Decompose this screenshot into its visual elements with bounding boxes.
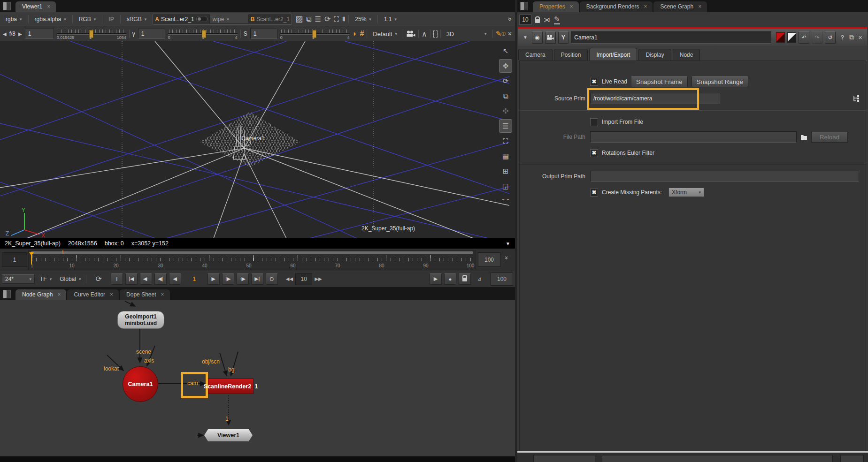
- panel-layout-icon[interactable]: [3, 2, 11, 10]
- goto-start-button[interactable]: |◀: [125, 273, 138, 285]
- live-read-checkbox[interactable]: ✖: [590, 78, 598, 86]
- node-scanlinerender[interactable]: ScanlineRender2_1: [208, 379, 253, 394]
- viewer-colorspace-dropdown[interactable]: sRGB▾: [124, 15, 150, 23]
- gamma-input[interactable]: [138, 29, 165, 39]
- node-graph-canvas[interactable]: GeoImport1 minibot.usd scene axis lookat…: [0, 300, 515, 456]
- edit-pencil-icon[interactable]: ✎: [554, 15, 560, 24]
- view-mode-dropdown[interactable]: 3D▾: [444, 30, 490, 38]
- gain-slider[interactable]: 0.015625 1 1064: [57, 28, 126, 40]
- snapshot-range-button[interactable]: Snapshot Range: [691, 76, 748, 87]
- playhead[interactable]: [31, 252, 32, 265]
- collapse-toolbar-icon[interactable]: ⌄⌄: [499, 194, 512, 203]
- fstop-label[interactable]: f/8: [9, 30, 15, 37]
- jump-back-icon[interactable]: ◀◀: [286, 276, 293, 281]
- channels-dropdown[interactable]: rgba▾: [3, 15, 25, 23]
- flipbook-record-button[interactable]: ●: [444, 273, 456, 285]
- fps-dropdown[interactable]: 24*▾: [2, 274, 35, 284]
- undo-button[interactable]: ↶: [799, 31, 809, 44]
- file-path-input[interactable]: [590, 131, 797, 143]
- proxy-toggle-icon[interactable]: ▨: [295, 14, 303, 24]
- pause-icon[interactable]: Ⅱ: [342, 15, 345, 23]
- import-from-file-checkbox[interactable]: [590, 118, 598, 126]
- current-frame[interactable]: 1: [184, 275, 205, 282]
- xform-dropdown[interactable]: Xform ▾: [668, 188, 704, 197]
- collapse-panel-icon[interactable]: ▼: [523, 35, 528, 40]
- set-out-button[interactable]: O: [266, 273, 278, 285]
- more-tools-chevron-icon[interactable]: »: [507, 17, 514, 21]
- tab-position[interactable]: Position: [554, 49, 588, 61]
- timeline-chevron-icon[interactable]: »: [503, 256, 510, 259]
- node-name-field[interactable]: [571, 31, 771, 44]
- camera-icon[interactable]: [406, 30, 415, 38]
- input-b-value[interactable]: Scanl...er2_1: [256, 16, 290, 23]
- center-view-button[interactable]: ◉: [532, 31, 543, 44]
- refresh-icon[interactable]: ⟳: [324, 15, 330, 23]
- snapshot-frame-button[interactable]: Snapshot Frame: [631, 76, 688, 87]
- panel-layout-icon[interactable]: [520, 2, 528, 10]
- gain-input[interactable]: [25, 29, 54, 39]
- redo-button[interactable]: ↷: [812, 31, 822, 44]
- ram-cache-icon[interactable]: ⊿: [473, 273, 485, 285]
- gl-color-swatch[interactable]: [787, 32, 796, 43]
- tab-import-export[interactable]: Import/Export: [589, 48, 637, 61]
- tf-dropdown[interactable]: TF▾: [37, 275, 54, 283]
- next-fstop-icon[interactable]: ▶: [18, 31, 22, 37]
- color-sample-icon[interactable]: ✎ⓘ: [496, 30, 506, 38]
- translate-tool-icon[interactable]: ✥: [499, 59, 512, 73]
- loop-mode-icon[interactable]: ⟳: [95, 274, 101, 283]
- clear-panels-icon[interactable]: ⋊: [544, 16, 550, 23]
- tab-close-icon[interactable]: ×: [644, 3, 647, 10]
- step-back-button[interactable]: ◀|: [154, 273, 167, 285]
- tab-close-icon[interactable]: ×: [110, 291, 113, 298]
- saturation-slider[interactable]: 0 1 4: [280, 28, 350, 40]
- source-prim-input[interactable]: [590, 93, 721, 104]
- gamma-slider[interactable]: 0 1 4: [168, 28, 238, 40]
- tab-viewer1[interactable]: Viewer1 ×: [15, 1, 56, 12]
- roi-icon[interactable]: ⧉: [306, 15, 311, 23]
- zoom-level-dropdown[interactable]: 25%▾: [352, 15, 374, 23]
- help-button[interactable]: ?: [841, 34, 844, 41]
- scenegraph-browse-icon[interactable]: [853, 95, 860, 102]
- node-viewer1[interactable]: Viewer1: [204, 429, 253, 441]
- tab-node[interactable]: Node: [673, 49, 700, 61]
- tab-dope-sheet[interactable]: Dope Sheet×: [120, 289, 169, 300]
- create-missing-checkbox[interactable]: ✖: [590, 189, 598, 197]
- set-in-button[interactable]: I: [111, 273, 123, 285]
- display-channel-dropdown[interactable]: RGB▾: [76, 15, 99, 23]
- saturation-input[interactable]: [250, 29, 277, 39]
- range-mode-dropdown[interactable]: Global▾: [57, 275, 84, 283]
- selection-mode-icon[interactable]: [433, 30, 438, 38]
- jump-forward-icon[interactable]: ▶▶: [315, 276, 322, 281]
- camera-view-button[interactable]: [545, 31, 556, 44]
- tab-display[interactable]: Display: [638, 49, 671, 61]
- range-start-field[interactable]: 1: [2, 252, 27, 267]
- layer-dropdown[interactable]: rgba.alpha▾: [32, 15, 69, 23]
- viewer-lut-dropdown[interactable]: Default▾: [370, 30, 400, 38]
- tab-properties[interactable]: Properties×: [533, 1, 579, 12]
- tab-close-icon[interactable]: ×: [161, 291, 164, 298]
- output-prim-input[interactable]: [590, 171, 859, 182]
- grid-select-icon[interactable]: ◲: [499, 179, 512, 193]
- scatter-tool-icon[interactable]: ✣: [499, 104, 512, 118]
- timeline-scrollbar[interactable]: [31, 251, 473, 254]
- wipe-dropdown[interactable]: wipe▾: [209, 15, 249, 24]
- prev-keyframe-button[interactable]: ◀·: [140, 273, 152, 285]
- scanline-order-icon[interactable]: ☰: [315, 15, 321, 23]
- info-bar-dropdown-icon[interactable]: ▼: [506, 241, 510, 246]
- unlock-icon[interactable]: [535, 19, 540, 23]
- rotations-checkbox[interactable]: ✖: [590, 149, 598, 157]
- node-camera1[interactable]: Camera1: [123, 366, 158, 402]
- step-forward-button[interactable]: |▶: [222, 273, 234, 285]
- play-button[interactable]: ▶: [207, 273, 220, 285]
- frame-viewer-icon[interactable]: ⛶: [334, 15, 339, 23]
- tab-close-icon[interactable]: ×: [570, 3, 573, 10]
- tab-camera[interactable]: Camera: [518, 49, 553, 61]
- close-panel-icon[interactable]: ×: [858, 33, 862, 41]
- input-process-toggle[interactable]: IP: [106, 15, 116, 23]
- next-keyframe-button[interactable]: ·▶: [237, 273, 249, 285]
- panel-layout-icon[interactable]: [3, 290, 11, 298]
- node-color-swatch[interactable]: [776, 32, 785, 43]
- tab-close-icon[interactable]: ×: [47, 3, 50, 10]
- float-panel-icon[interactable]: ⧉: [849, 33, 854, 41]
- ab-toggle[interactable]: [196, 16, 207, 22]
